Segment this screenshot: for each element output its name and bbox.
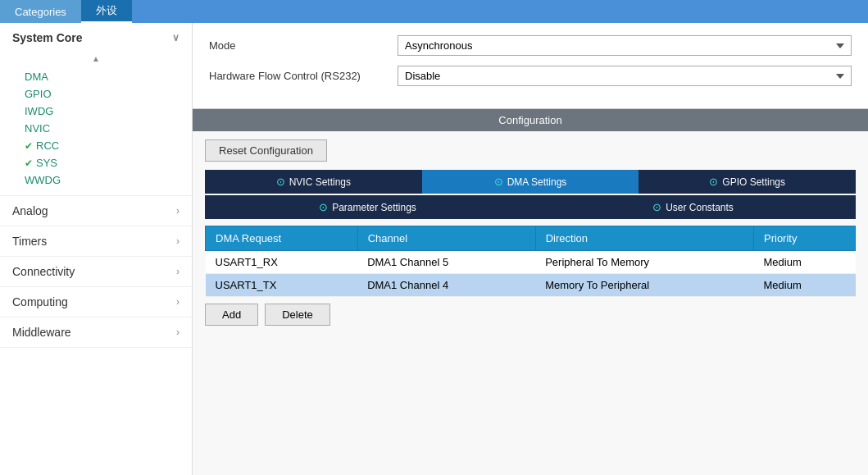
dma-check-icon: ⊙ (494, 176, 503, 188)
delete-button[interactable]: Delete (265, 304, 330, 326)
top-tab-bar: Categories 外设 (0, 0, 868, 23)
mode-select[interactable]: Asynchronous (398, 35, 852, 56)
main-container: System Core ∨ ▲ DMA GPIO IWDG NVIC ✔RCC … (0, 23, 868, 475)
nvic-tab-label: NVIC Settings (289, 176, 351, 188)
timers-chevron: › (176, 235, 180, 247)
middleware-header[interactable]: Middleware › (0, 317, 192, 347)
timers-label: Timers (12, 235, 47, 248)
connectivity-label: Connectivity (12, 265, 75, 278)
mode-row: Mode Asynchronous (209, 35, 852, 56)
settings-area: Mode Asynchronous Hardware Flow Control … (193, 23, 868, 109)
user-constants-tab[interactable]: ⊙ User Constants (530, 195, 856, 219)
sidebar-item-nvic[interactable]: NVIC (0, 120, 192, 137)
analog-section: Analog › (0, 196, 192, 226)
dma-tab-label: DMA Settings (507, 176, 567, 188)
cell-request-2: USART1_TX (206, 274, 358, 297)
param-tab-label: Parameter Settings (332, 202, 416, 213)
connectivity-header[interactable]: Connectivity › (0, 257, 192, 286)
config-body: Reset Configuration ⊙ NVIC Settings ⊙ DM… (193, 131, 868, 475)
right-panel: Mode Asynchronous Hardware Flow Control … (193, 23, 868, 475)
collapse-arrow: ▲ (0, 53, 192, 65)
timers-header[interactable]: Timers › (0, 226, 192, 256)
dma-table-wrapper: DMA Request Channel Direction Priority U… (205, 226, 856, 297)
nvic-settings-tab[interactable]: ⊙ NVIC Settings (205, 170, 422, 194)
config-tab-row-2: ⊙ Parameter Settings ⊙ User Constants (205, 195, 856, 219)
cell-channel-2: DMA1 Channel 4 (357, 274, 535, 297)
analog-chevron: › (176, 205, 180, 217)
col-dma-request: DMA Request (206, 226, 358, 251)
sidebar-item-sys[interactable]: ✔SYS (0, 154, 192, 171)
sidebar-item-dma[interactable]: DMA (0, 68, 192, 85)
system-core-header[interactable]: System Core ∨ (0, 23, 192, 53)
sidebar-item-iwdg[interactable]: IWDG (0, 103, 192, 120)
sys-check-icon: ✔ (25, 158, 33, 169)
col-priority: Priority (754, 226, 856, 251)
cell-priority-2: Medium (754, 274, 856, 297)
hw-flow-label: Hardware Flow Control (RS232) (209, 70, 389, 82)
cell-priority-1: Medium (754, 251, 856, 274)
dma-settings-tab[interactable]: ⊙ DMA Settings (422, 170, 639, 194)
computing-label: Computing (12, 295, 68, 308)
analog-label: Analog (12, 204, 48, 217)
gpio-settings-tab[interactable]: ⊙ GPIO Settings (639, 170, 856, 194)
sidebar-item-rcc[interactable]: ✔RCC (0, 137, 192, 154)
config-tab-row-1: ⊙ NVIC Settings ⊙ DMA Settings ⊙ GPIO Se… (205, 170, 856, 194)
ip-tab[interactable]: 外设 (81, 0, 132, 23)
middleware-section: Middleware › (0, 317, 192, 348)
bottom-buttons: Add Delete (205, 304, 856, 326)
computing-header[interactable]: Computing › (0, 287, 192, 317)
nvic-check-icon: ⊙ (276, 176, 285, 188)
computing-section: Computing › (0, 287, 192, 317)
table-row[interactable]: USART1_TX DMA1 Channel 4 Memory To Perip… (206, 274, 856, 297)
analog-header[interactable]: Analog › (0, 196, 192, 226)
middleware-label: Middleware (12, 326, 71, 339)
cell-request-1: USART1_RX (206, 251, 358, 274)
system-core-chevron: ∨ (172, 32, 180, 43)
col-channel: Channel (357, 226, 535, 251)
cell-channel-1: DMA1 Channel 5 (357, 251, 535, 274)
dma-table: DMA Request Channel Direction Priority U… (205, 226, 856, 297)
sidebar-item-gpio[interactable]: GPIO (0, 85, 192, 103)
hw-flow-select[interactable]: Disable (398, 66, 852, 86)
col-direction: Direction (535, 226, 753, 251)
config-header: Configuration (193, 109, 868, 131)
rcc-check-icon: ✔ (25, 140, 33, 152)
user-check-icon: ⊙ (652, 201, 661, 213)
gpio-check-icon: ⊙ (709, 176, 718, 188)
system-core-label: System Core (12, 31, 83, 44)
table-row[interactable]: USART1_RX DMA1 Channel 5 Peripheral To M… (206, 251, 856, 274)
system-core-section: System Core ∨ ▲ DMA GPIO IWDG NVIC ✔RCC … (0, 23, 192, 196)
computing-chevron: › (176, 296, 180, 308)
mode-label: Mode (209, 39, 389, 52)
connectivity-section: Connectivity › (0, 257, 192, 287)
add-button[interactable]: Add (205, 304, 258, 326)
hw-flow-row: Hardware Flow Control (RS232) Disable (209, 66, 852, 86)
cell-direction-1: Peripheral To Memory (535, 251, 753, 274)
reset-config-button[interactable]: Reset Configuration (205, 139, 327, 162)
timers-section: Timers › (0, 226, 192, 257)
system-core-items: DMA GPIO IWDG NVIC ✔RCC ✔SYS WWDG (0, 65, 192, 195)
sidebar: System Core ∨ ▲ DMA GPIO IWDG NVIC ✔RCC … (0, 23, 193, 475)
table-header-row: DMA Request Channel Direction Priority (206, 226, 856, 251)
connectivity-chevron: › (176, 266, 180, 277)
param-check-icon: ⊙ (319, 201, 328, 213)
gpio-tab-label: GPIO Settings (722, 176, 785, 188)
middleware-chevron: › (176, 327, 180, 338)
cell-direction-2: Memory To Peripheral (535, 274, 753, 297)
user-tab-label: User Constants (666, 202, 734, 213)
sidebar-item-wwdg[interactable]: WWDG (0, 171, 192, 189)
param-settings-tab[interactable]: ⊙ Parameter Settings (205, 195, 530, 219)
categories-tab[interactable]: Categories (0, 0, 81, 23)
